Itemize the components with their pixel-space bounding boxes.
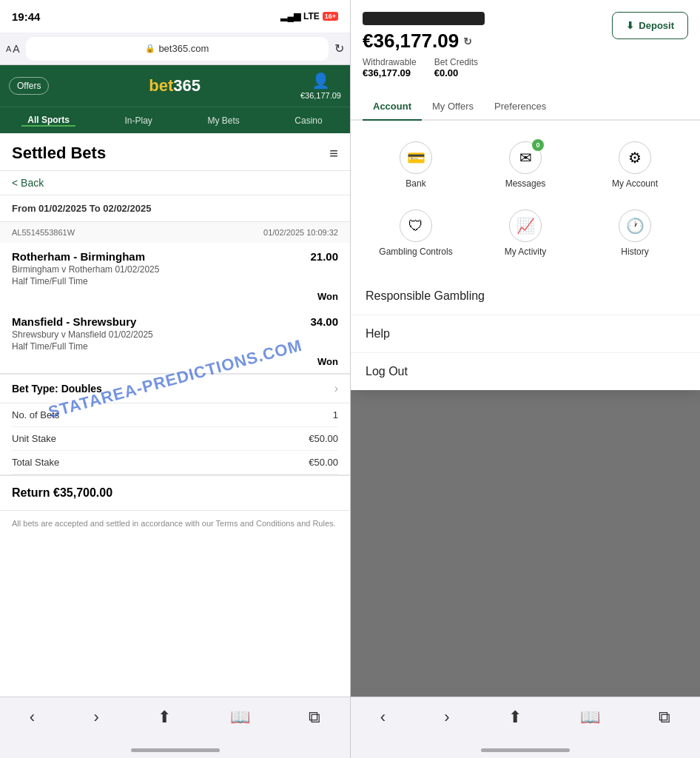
bet-stats-left: No. of Bets 1 Unit Stake €50.00 Total St…: [0, 403, 350, 474]
list-item-help[interactable]: Help: [351, 315, 700, 353]
offers-button-left[interactable]: Offers: [9, 77, 49, 95]
account-icon-left: 👤: [312, 72, 330, 90]
tab-preferences[interactable]: Preferences: [484, 93, 556, 121]
age-badge-left: 16+: [323, 12, 338, 21]
unit-stake-value-left: €50.00: [309, 433, 338, 444]
balance-details: Withdrawable €36,177.09 Bet Credits €0.0…: [363, 57, 485, 78]
my-activity-label: My Activity: [505, 246, 547, 257]
page-title-left: Settled Bets: [12, 144, 106, 163]
unit-stake-row-left: Unit Stake €50.00: [12, 427, 338, 451]
tab-account[interactable]: Account: [363, 93, 422, 121]
grid-item-my-activity[interactable]: 📈 My Activity: [472, 201, 579, 266]
match2-title-left: Mansfield - Shrewsbury: [12, 315, 136, 328]
match1-odds-left: 21.00: [310, 250, 338, 263]
bet-disclaimer-left: All bets are accepted and settled in acc…: [0, 510, 350, 537]
bet-credits-value: €0.00: [434, 67, 478, 78]
left-phone-panel: 19:44 ▂▄▆ LTE 16+ A A 🔒 bet365.com ↻ Off…: [0, 0, 350, 758]
unit-stake-label-left: Unit Stake: [12, 433, 56, 444]
messages-label: Messages: [505, 178, 546, 189]
match1-left: Rotherham - Birmingham 21.00 Birmingham …: [0, 243, 350, 289]
list-item-responsible-gambling[interactable]: Responsible Gambling: [351, 278, 700, 315]
text-size-control-left[interactable]: A A: [6, 43, 20, 55]
total-stake-label-left: Total Stake: [12, 457, 59, 468]
my-account-icon: ⚙: [619, 141, 651, 174]
match2-odds-left: 34.00: [310, 315, 338, 328]
grid-item-messages[interactable]: ✉ 0 Messages: [472, 133, 579, 198]
list-item-logout[interactable]: Log Out: [351, 353, 700, 390]
grid-item-history[interactable]: 🕐 History: [582, 201, 688, 266]
tabs-btn-left[interactable]: ⧉: [309, 708, 320, 727]
withdrawable-label: Withdrawable: [363, 57, 417, 67]
back-link-left[interactable]: < Back: [0, 171, 350, 195]
account-balance-section: ██████████ €36,177.09 ↻ Withdrawable €36…: [351, 0, 700, 87]
bet-id-row-left: AL5514553861W 01/02/2025 10:09:32: [0, 222, 350, 243]
aa-large-left: A: [13, 43, 19, 55]
nav-header-left: Offers bet365 👤 €36,177.09: [0, 65, 350, 107]
browser-bar-left[interactable]: A A 🔒 bet365.com ↻: [0, 33, 350, 65]
tab-my-bets-left[interactable]: My Bets: [201, 115, 245, 126]
nav-balance-left: €36,177.09: [300, 91, 341, 100]
total-stake-row-left: Total Stake €50.00: [12, 451, 338, 474]
account-overlay: ██████████ €36,177.09 ↻ Withdrawable €36…: [351, 0, 700, 758]
balance-info: ██████████ €36,177.09 ↻ Withdrawable €36…: [363, 12, 485, 87]
bet-type-label-left: Bet Type: Doubles: [12, 383, 102, 395]
share-btn-left[interactable]: ⬆: [158, 708, 171, 727]
match2-market-left: Half Time/Full Time: [12, 341, 338, 352]
bookmarks-btn-right[interactable]: 📖: [580, 708, 600, 727]
match1-market-left: Half Time/Full Time: [12, 276, 338, 286]
back-btn-left[interactable]: ‹: [30, 708, 35, 727]
deposit-icon: ⬇: [626, 20, 634, 31]
deposit-button[interactable]: ⬇ Deposit: [612, 12, 688, 39]
refresh-button-left[interactable]: ↻: [334, 41, 344, 56]
messages-badge: 0: [532, 139, 544, 151]
nav-tabs-left: All Sports In-Play My Bets Casino: [0, 107, 350, 133]
forward-btn-left[interactable]: ›: [94, 708, 99, 727]
match2-detail-left: Shrewsbury v Mansfield 01/02/2025: [12, 329, 338, 340]
url-text-left: bet365.com: [158, 43, 209, 54]
grid-item-bank[interactable]: 💳 Bank: [363, 133, 469, 198]
back-btn-right[interactable]: ‹: [380, 708, 386, 727]
grid-item-gambling-controls[interactable]: 🛡 Gambling Controls: [363, 201, 469, 266]
forward-btn-right[interactable]: ›: [444, 708, 449, 727]
share-btn-right[interactable]: ⬆: [508, 708, 522, 727]
account-name-bar: ██████████: [363, 12, 485, 25]
no-of-bets-value-left: 1: [333, 409, 338, 420]
tab-in-play-left[interactable]: In-Play: [119, 115, 158, 126]
ios-bottom-right: ‹ › ⬆ 📖 ⧉: [351, 697, 700, 758]
no-of-bets-label-left: No. of Bets: [12, 409, 59, 420]
match1-result-left: Won: [0, 289, 350, 308]
bet-return-left: Return €35,700.00: [0, 474, 350, 510]
bet-date-left: 01/02/2025 10:09:32: [263, 228, 338, 237]
ios-bottom-left: ‹ › ⬆ 📖 ⧉: [0, 697, 350, 758]
tab-my-offers[interactable]: My Offers: [422, 93, 484, 121]
history-label: History: [621, 246, 648, 257]
settled-header-left: Settled Bets ≡: [0, 133, 350, 171]
bet-credits-item: Bet Credits €0.00: [434, 57, 478, 78]
messages-icon: ✉ 0: [509, 141, 542, 174]
tabs-btn-right[interactable]: ⧉: [659, 708, 670, 727]
bet-credits-label: Bet Credits: [434, 57, 478, 67]
status-icons-left: ▂▄▆ LTE 16+: [280, 11, 338, 21]
date-range-left: From 01/02/2025 To 02/02/2025: [0, 195, 350, 222]
bookmarks-btn-left[interactable]: 📖: [230, 708, 250, 727]
bet-group-left: AL5514553861W 01/02/2025 10:09:32 Rother…: [0, 222, 350, 374]
lock-icon-left: 🔒: [145, 44, 155, 53]
menu-icon-left[interactable]: ≡: [329, 145, 338, 162]
grid-item-my-account[interactable]: ⚙ My Account: [582, 133, 688, 198]
page-content-left: Settled Bets ≡ < Back From 01/02/2025 To…: [0, 133, 350, 697]
my-activity-icon: 📈: [509, 209, 542, 242]
url-bar-left[interactable]: 🔒 bet365.com: [26, 37, 329, 61]
history-icon: 🕐: [619, 209, 651, 242]
match1-title-left: Rotherham - Birmingham: [12, 250, 145, 263]
lte-label-left: LTE: [303, 11, 320, 21]
home-indicator-left: [131, 748, 220, 752]
bet-type-arrow-left: ›: [334, 382, 338, 395]
aa-small-left: A: [6, 44, 11, 53]
tab-casino-left[interactable]: Casino: [289, 115, 328, 126]
account-card: ██████████ €36,177.09 ↻ Withdrawable €36…: [351, 0, 700, 390]
bet-type-row-left[interactable]: Bet Type: Doubles ›: [0, 374, 350, 403]
balance-refresh-icon[interactable]: ↻: [463, 36, 472, 47]
account-button-left[interactable]: 👤 €36,177.09: [300, 72, 341, 100]
status-bar-left: 19:44 ▂▄▆ LTE 16+: [0, 0, 350, 33]
tab-all-sports-left[interactable]: All Sports: [21, 115, 75, 127]
